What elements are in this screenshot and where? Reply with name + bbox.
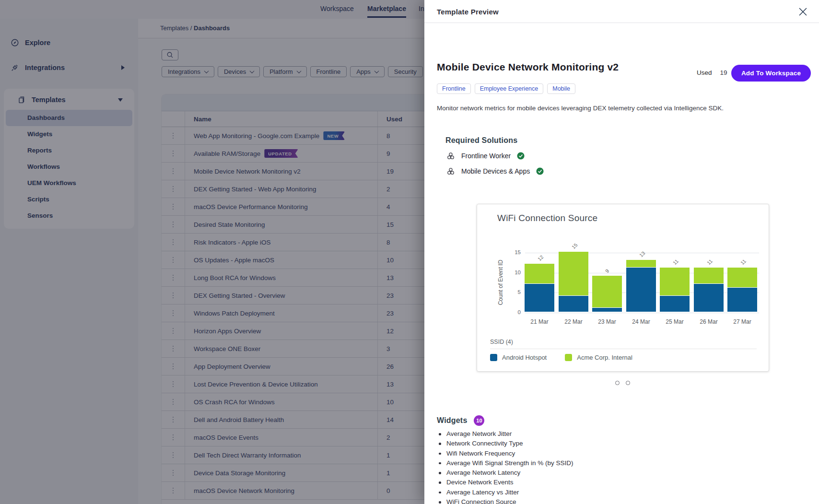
add-to-workspace-button[interactable]: Add To Workspace xyxy=(731,65,811,82)
widget-list-item: WiFi Connection Source xyxy=(439,497,573,504)
bar-segment-acme-corp-internal xyxy=(694,268,724,283)
tag-employee-experience[interactable]: Employee Experience xyxy=(475,83,544,94)
y-axis-tick: 15 xyxy=(503,249,521,255)
bar-total-label: 11 xyxy=(706,258,714,266)
tag-mobile[interactable]: Mobile xyxy=(547,83,575,94)
y-axis-tick: 10 xyxy=(503,270,521,275)
bar-21-mar xyxy=(525,264,554,312)
chart-legend: Android HotspotAcme Corp. Internal xyxy=(490,354,646,361)
used-label: Used xyxy=(697,69,712,76)
bar-total-label: 11 xyxy=(672,258,679,266)
bar-22-mar xyxy=(559,252,588,312)
bar-segment-acme-corp-internal xyxy=(626,260,656,268)
bar-segment-android-hotspot xyxy=(626,268,656,312)
solution-item-icon xyxy=(446,152,455,160)
legend-divider xyxy=(490,349,757,349)
bar-segment-android-hotspot xyxy=(660,296,690,312)
required-solutions-list: Frontline WorkerMobile Devices & Apps xyxy=(446,151,544,176)
carousel-dots xyxy=(615,381,630,385)
solution-item-frontline-worker: Frontline Worker xyxy=(446,151,544,161)
bar-total-label: 15 xyxy=(571,242,579,250)
bar-segment-acme-corp-internal xyxy=(592,276,622,307)
bar-segment-android-hotspot xyxy=(559,296,588,312)
bar-23-mar xyxy=(592,276,622,312)
widget-list-item: Average Wifi Signal Strength in % (by SS… xyxy=(439,458,573,468)
widgets-heading: Widgets xyxy=(437,416,467,425)
used-value: 19 xyxy=(720,69,727,76)
chart-gridline xyxy=(525,313,759,313)
bar-segment-android-hotspot xyxy=(727,288,757,312)
bar-segment-acme-corp-internal xyxy=(727,268,757,287)
bar-26-mar xyxy=(694,268,724,312)
carousel-dot-2[interactable] xyxy=(626,381,630,385)
chart-title: WiFi Connection Source xyxy=(497,213,597,223)
tag-list: FrontlineEmployee ExperienceMobile xyxy=(437,83,575,94)
modal-backdrop[interactable] xyxy=(0,0,424,504)
bar-segment-android-hotspot xyxy=(694,284,724,312)
y-axis-tick: 5 xyxy=(503,289,521,295)
check-circle-icon xyxy=(517,152,525,160)
legend-swatch xyxy=(490,354,497,361)
x-axis-tick: 21 Mar xyxy=(520,318,559,325)
check-circle-icon xyxy=(536,167,544,175)
bar-segment-acme-corp-internal xyxy=(525,264,554,283)
x-axis-tick: 23 Mar xyxy=(588,318,626,325)
x-axis-tick: 26 Mar xyxy=(690,318,728,325)
widget-list-item: Device Network Events xyxy=(439,478,573,487)
legend-label: Acme Corp. Internal xyxy=(577,354,632,361)
legend-swatch xyxy=(565,354,572,361)
used-count: Used 19 xyxy=(697,69,727,76)
bar-segment-acme-corp-internal xyxy=(559,252,588,295)
widget-list-item: Average Network Latency xyxy=(439,468,573,478)
bar-total-label: 12 xyxy=(537,254,545,262)
widgets-list: Average Network JitterNetwork Connectivi… xyxy=(439,429,573,504)
bar-total-label: 11 xyxy=(739,258,747,266)
widget-list-item: Average Latency vs Jitter xyxy=(439,488,573,497)
carousel-dot-1[interactable] xyxy=(615,381,620,385)
widget-list-item: Network Connectivity Type xyxy=(439,439,573,448)
chart-legend-title: SSID (4) xyxy=(490,339,513,345)
template-name: Mobile Device Network Monitoring v2 xyxy=(437,61,619,73)
x-axis-tick: 22 Mar xyxy=(554,318,593,325)
template-preview-panel: Template Preview Mobile Device Network M… xyxy=(424,0,819,504)
legend-item-acme-corp-internal: Acme Corp. Internal xyxy=(565,354,632,361)
x-axis-tick: 24 Mar xyxy=(622,318,660,325)
solution-label: Mobile Devices & Apps xyxy=(461,167,530,175)
legend-label: Android Hotspot xyxy=(502,354,547,361)
tag-frontline[interactable]: Frontline xyxy=(437,83,471,94)
close-icon[interactable] xyxy=(799,8,807,16)
widget-list-item: Wifi Network Frequency xyxy=(439,449,573,458)
y-axis-tick: 0 xyxy=(503,309,521,315)
chart-y-axis-label: Count of Event ID xyxy=(497,244,504,321)
widget-list-item: Average Network Jitter xyxy=(439,429,573,439)
solution-label: Frontline Worker xyxy=(461,152,511,160)
solution-item-mobile-devices-apps: Mobile Devices & Apps xyxy=(446,166,544,176)
legend-item-android-hotspot: Android Hotspot xyxy=(490,354,547,361)
bar-segment-acme-corp-internal xyxy=(660,268,690,295)
solution-item-icon xyxy=(446,167,455,176)
template-description: Monitor network metrics for mobile devic… xyxy=(437,105,782,112)
panel-title: Template Preview xyxy=(437,8,499,16)
bar-25-mar xyxy=(660,268,690,312)
bar-segment-android-hotspot xyxy=(525,284,554,312)
widgets-count-badge: 10 xyxy=(474,415,484,426)
bar-total-label: 13 xyxy=(638,250,646,258)
bar-24-mar xyxy=(626,260,656,312)
required-solutions-heading: Required Solutions xyxy=(445,136,517,145)
x-axis-tick: 27 Mar xyxy=(723,318,761,325)
bar-27-mar xyxy=(727,268,757,312)
x-axis-tick: 25 Mar xyxy=(655,318,694,325)
chart-card: WiFi Connection Source Count of Event ID… xyxy=(477,204,769,372)
bar-segment-android-hotspot xyxy=(592,308,622,312)
